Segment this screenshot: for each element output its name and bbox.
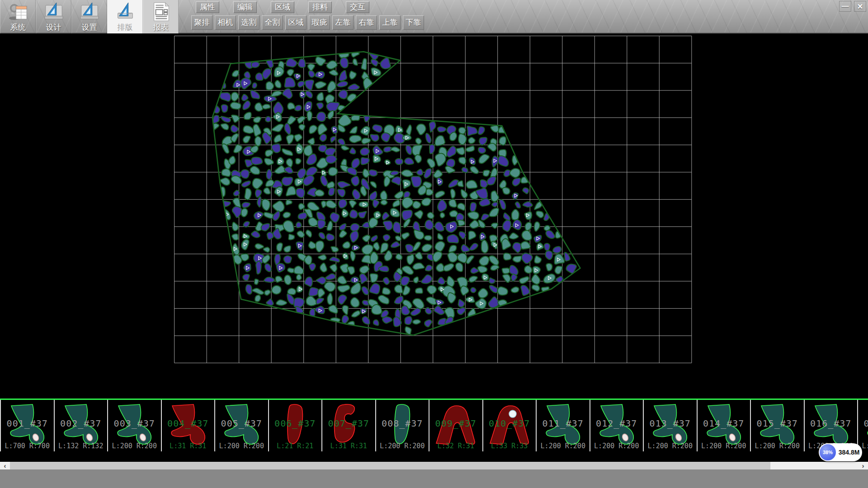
sheet-grid (175, 36, 692, 363)
report-icon (151, 2, 171, 22)
nesting-canvas[interactable] (0, 33, 868, 399)
main-tab-label: 报表 (153, 22, 169, 33)
tool-button-7[interactable]: 左靠 (332, 15, 354, 30)
part-id: 009_#37 (429, 418, 482, 429)
tool-button-10[interactable]: 下靠 (403, 15, 424, 30)
window-controls: — ✕ (839, 1, 866, 12)
tool-button-1[interactable]: 聚排 (191, 15, 212, 30)
part-lr-values: L:31 R:31 (162, 442, 215, 450)
part-lr-values: L:200 R:200 (644, 442, 697, 450)
part-thumbnail-14[interactable]: 014_#37L:200 R:200 (698, 400, 751, 451)
part-lr-values: L:132 R:132 (55, 442, 108, 450)
menu-row: 属性编辑区域排料交互 (196, 1, 369, 13)
part-id: 005_#37 (215, 418, 268, 429)
part-thumbnail-6[interactable]: 006_#37L:21 R:21 (269, 400, 323, 451)
tool-button-9[interactable]: 上靠 (379, 15, 401, 30)
part-thumbnail-17[interactable]: 017_#37L:200 R:200 (858, 400, 868, 451)
part-thumbnail-15[interactable]: 015_#37L:200 R:200 (751, 400, 805, 451)
part-lr-values: L:200 R:200 (590, 442, 643, 450)
part-lr-values: L:200 R:200 (215, 442, 268, 450)
part-thumbnail-13[interactable]: 013_#37L:200 R:200 (644, 400, 698, 451)
nest-svg (0, 33, 868, 399)
part-thumbnail-9[interactable]: 009_#37L:32 R:31 (429, 400, 483, 451)
scroll-left-arrow[interactable]: ‹ (0, 462, 10, 469)
part-thumbnail-5[interactable]: 005_#37L:200 R:200 (215, 400, 269, 451)
part-thumbnail-8[interactable]: 008_#37L:200 R:200 (376, 400, 430, 451)
part-id: 008_#37 (376, 418, 429, 429)
progress-badge: 38% 384.8M (819, 443, 862, 461)
part-id: 010_#37 (483, 418, 536, 429)
part-lr-values: L:21 R:21 (269, 442, 322, 450)
menu-button-3[interactable]: 区域 (271, 1, 294, 13)
status-bar (0, 469, 868, 488)
menu-button-1[interactable]: 属性 (196, 1, 219, 13)
part-thumbnail-11[interactable]: 011_#37L:200 R:200 (537, 400, 590, 451)
tool-button-5[interactable]: 区域 (285, 15, 307, 30)
close-button[interactable]: ✕ (854, 1, 866, 12)
part-thumbnail-7[interactable]: 007_#37L:31 R:31 (322, 400, 376, 451)
parts-cells: 001_#37L:700 R:700002_#37L:132 R:132003_… (0, 400, 868, 451)
tool-row: 聚排相机选割全割区域瑕疵左靠右靠上靠下靠 (191, 15, 424, 30)
scrollbar-thumb[interactable] (10, 462, 770, 469)
main-tab-1[interactable]: 系统 (0, 0, 36, 33)
tool-button-8[interactable]: 右靠 (356, 15, 377, 30)
part-id: 015_#37 (751, 418, 804, 429)
main-tab-5[interactable]: 报表 (143, 0, 179, 33)
main-tab-3[interactable]: 设置 (71, 0, 107, 33)
system-icon (8, 2, 28, 22)
settings-ruler-icon (79, 2, 100, 22)
part-id: 013_#37 (644, 418, 697, 429)
part-thumbnail-3[interactable]: 003_#37L:200 R:200 (108, 400, 162, 451)
menu-button-5[interactable]: 交互 (346, 1, 369, 13)
part-id: 017_#37 (858, 418, 868, 429)
memory-value: 384.8M (836, 449, 862, 456)
minimize-button[interactable]: — (839, 1, 851, 12)
app-window: 系统设计设置排版报表 属性编辑区域排料交互 聚排相机选割全割区域瑕疵左靠右靠上靠… (0, 0, 868, 488)
part-lr-values: L:200 R:200 (537, 442, 590, 450)
main-tab-2[interactable]: 设计 (36, 0, 71, 33)
layout-ruler-icon (115, 2, 136, 22)
main-tab-label: 设计 (46, 22, 61, 33)
part-thumbnail-12[interactable]: 012_#37L:200 R:200 (590, 400, 644, 451)
part-lr-values: L:200 R:200 (751, 442, 804, 450)
part-id: 001_#37 (1, 418, 54, 429)
part-lr-values: L:32 R:31 (429, 442, 482, 450)
horizontal-scrollbar[interactable]: ‹ › (0, 462, 868, 469)
tool-button-2[interactable]: 相机 (215, 15, 236, 30)
tool-button-4[interactable]: 全割 (262, 15, 283, 30)
nested-pieces (209, 48, 576, 335)
design-ruler-icon (43, 2, 64, 22)
main-tab-bar: 系统设计设置排版报表 (0, 0, 179, 33)
ribbon: 系统设计设置排版报表 属性编辑区域排料交互 聚排相机选割全割区域瑕疵左靠右靠上靠… (0, 0, 868, 33)
part-id: 004_#37 (162, 418, 215, 429)
tool-button-6[interactable]: 瑕疵 (309, 15, 330, 30)
part-id: 011_#37 (537, 418, 590, 429)
part-id: 002_#37 (55, 418, 108, 429)
parts-strip: 001_#37L:700 R:700002_#37L:132 R:132003_… (0, 399, 868, 462)
menu-button-2[interactable]: 编辑 (233, 1, 257, 13)
main-tab-label: 系统 (10, 22, 26, 33)
part-lr-values: L:200 R:200 (108, 442, 161, 450)
part-lr-values: L:200 R:200 (698, 442, 750, 450)
part-lr-values: L:700 R:700 (1, 442, 54, 450)
scroll-right-arrow[interactable]: › (858, 462, 868, 469)
part-id: 012_#37 (590, 418, 643, 429)
part-id: 003_#37 (108, 418, 161, 429)
part-lr-values: L:200 R:200 (376, 442, 429, 450)
part-id: 014_#37 (698, 418, 750, 429)
part-id: 006_#37 (269, 418, 322, 429)
main-tab-label: 设置 (82, 22, 97, 33)
part-thumbnail-2[interactable]: 002_#37L:132 R:132 (55, 400, 108, 451)
part-id: 007_#37 (322, 418, 375, 429)
part-thumbnail-4[interactable]: 004_#37L:31 R:31 (162, 400, 216, 451)
part-thumbnail-1[interactable]: 001_#37L:700 R:700 (1, 400, 55, 451)
main-tab-4[interactable]: 排版 (107, 0, 143, 33)
part-thumbnail-10[interactable]: 010_#37L:33 R:33 (483, 400, 537, 451)
tool-button-3[interactable]: 选割 (238, 15, 259, 30)
part-id: 016_#37 (805, 418, 858, 429)
part-lr-values: L:31 R:31 (322, 442, 375, 450)
part-lr-values: L:33 R:33 (483, 442, 536, 450)
menu-button-4[interactable]: 排料 (308, 1, 332, 13)
main-tab-label: 排版 (118, 22, 133, 33)
progress-percent-circle: 38% (820, 444, 836, 460)
